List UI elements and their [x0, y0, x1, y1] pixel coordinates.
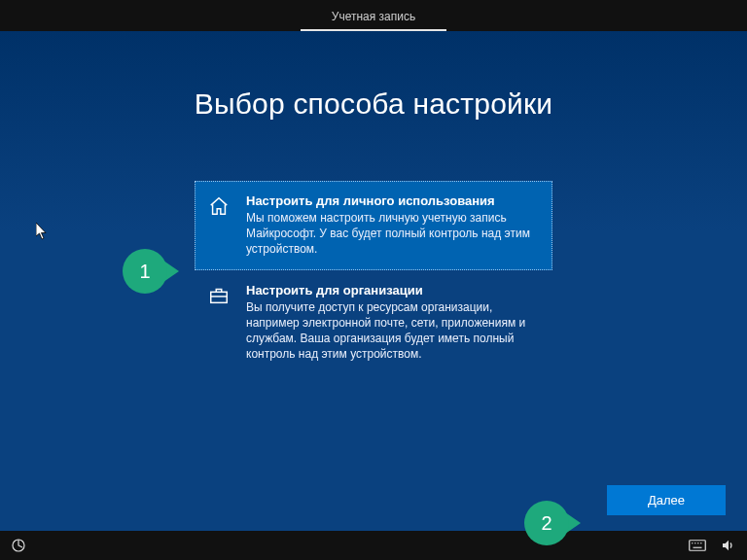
volume-icon[interactable] — [720, 537, 737, 554]
option-personal[interactable]: Настроить для личного использования Мы п… — [195, 181, 552, 270]
option-org-desc: Вы получите доступ к ресурсам организаци… — [246, 299, 538, 363]
svg-rect-0 — [211, 292, 228, 302]
briefcase-icon — [207, 283, 231, 363]
annotation-1: 1 — [123, 249, 179, 294]
page-title: Выбор способа настройки — [195, 88, 553, 121]
setup-options: Настроить для личного использования Мы п… — [195, 181, 552, 374]
main-pane: Выбор способа настройки Настроить для ли… — [0, 31, 747, 531]
option-org-title: Настроить для организации — [246, 283, 538, 298]
keyboard-icon[interactable] — [689, 537, 706, 554]
option-organization[interactable]: Настроить для организации Вы получите до… — [195, 270, 552, 375]
next-button[interactable]: Далее — [607, 485, 726, 515]
cursor-icon — [36, 223, 48, 240]
option-personal-desc: Мы поможем настроить личную учетную запи… — [246, 210, 538, 258]
tab-account: Учетная запись — [301, 4, 446, 31]
bottom-bar — [0, 531, 747, 560]
home-icon — [207, 193, 231, 258]
svg-rect-2 — [690, 541, 706, 551]
ease-of-access-icon[interactable] — [10, 537, 27, 554]
option-personal-title: Настроить для личного использования — [246, 193, 538, 208]
top-bar: Учетная запись — [0, 0, 747, 31]
